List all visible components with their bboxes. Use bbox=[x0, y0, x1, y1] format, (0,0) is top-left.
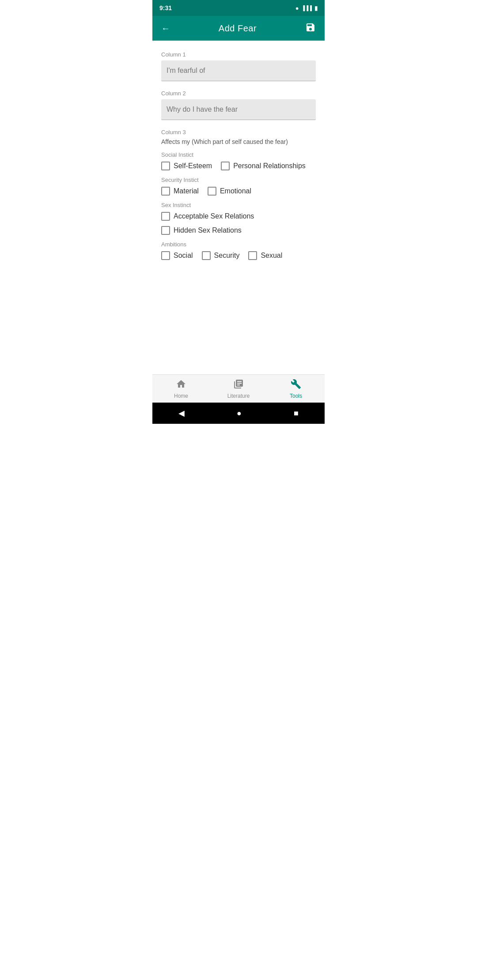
battery-icon: ▮ bbox=[314, 5, 318, 11]
social-instinct-label: Social Instict bbox=[161, 151, 316, 158]
literature-icon bbox=[233, 379, 244, 392]
column2-input[interactable] bbox=[161, 99, 316, 120]
status-bar: 9:31 ● ▐▐▐ ▮ bbox=[152, 0, 325, 16]
sys-recents-button[interactable]: ■ bbox=[283, 405, 309, 422]
security-label: Security bbox=[214, 252, 240, 260]
emotional-label: Emotional bbox=[220, 187, 251, 195]
sys-home-button[interactable]: ● bbox=[226, 405, 252, 422]
column3-label: Column 3 bbox=[161, 129, 316, 136]
form-content: Column 1 Column 2 Column 3 Affects my (W… bbox=[152, 41, 325, 374]
save-icon bbox=[305, 22, 316, 35]
social-instinct-checkboxes: Self-Esteem Personal Relationships bbox=[161, 162, 316, 170]
page-title: Add Fear bbox=[219, 23, 257, 34]
signal-icon: ▐▐▐ bbox=[302, 5, 312, 11]
column1-input[interactable] bbox=[161, 60, 316, 81]
nav-home-label: Home bbox=[174, 393, 188, 399]
sex-instinct-checkboxes: Acceptable Sex Relations Hidden Sex Rela… bbox=[161, 212, 316, 235]
security-instinct-label: Security Instict bbox=[161, 177, 316, 183]
acceptable-sex-relations-item[interactable]: Acceptable Sex Relations bbox=[161, 212, 254, 221]
status-bar-right: ● ▐▐▐ ▮ bbox=[295, 5, 318, 11]
nav-literature-label: Literature bbox=[227, 393, 250, 399]
material-label: Material bbox=[174, 187, 199, 195]
column3-description: Affects my (Which part of self caused th… bbox=[161, 138, 316, 145]
emotional-checkbox[interactable] bbox=[208, 187, 216, 196]
acceptable-sex-relations-label: Acceptable Sex Relations bbox=[174, 212, 254, 220]
nav-literature[interactable]: Literature bbox=[210, 377, 267, 401]
personal-relationships-checkbox[interactable] bbox=[221, 162, 230, 170]
nav-tools[interactable]: Tools bbox=[267, 377, 325, 401]
acceptable-sex-relations-checkbox[interactable] bbox=[161, 212, 170, 221]
sexual-item[interactable]: Sexual bbox=[248, 251, 282, 260]
sexual-checkbox[interactable] bbox=[248, 251, 257, 260]
sys-back-button[interactable]: ◀ bbox=[168, 405, 195, 422]
hidden-sex-relations-checkbox[interactable] bbox=[161, 226, 170, 235]
material-checkbox[interactable] bbox=[161, 187, 170, 196]
column2-label: Column 2 bbox=[161, 90, 316, 97]
self-esteem-label: Self-Esteem bbox=[174, 162, 212, 170]
back-icon: ← bbox=[161, 23, 170, 34]
self-esteem-item[interactable]: Self-Esteem bbox=[161, 162, 212, 170]
status-bar-left: 9:31 bbox=[159, 4, 172, 11]
sex-instinct-label: Sex Instinct bbox=[161, 202, 316, 208]
personal-relationships-item[interactable]: Personal Relationships bbox=[221, 162, 306, 170]
ambitions-label: Ambitions bbox=[161, 241, 316, 248]
emotional-item[interactable]: Emotional bbox=[208, 187, 251, 196]
social-checkbox[interactable] bbox=[161, 251, 170, 260]
material-item[interactable]: Material bbox=[161, 187, 199, 196]
nav-tools-label: Tools bbox=[290, 393, 302, 399]
status-time: 9:31 bbox=[159, 4, 172, 11]
personal-relationships-label: Personal Relationships bbox=[233, 162, 306, 170]
nav-home[interactable]: Home bbox=[152, 377, 210, 401]
security-item[interactable]: Security bbox=[202, 251, 240, 260]
ambitions-checkboxes: Social Security Sexual bbox=[161, 251, 316, 260]
save-button[interactable] bbox=[302, 19, 319, 38]
column1-label: Column 1 bbox=[161, 51, 316, 58]
home-icon bbox=[176, 379, 186, 392]
sexual-label: Sexual bbox=[261, 252, 282, 260]
self-esteem-checkbox[interactable] bbox=[161, 162, 170, 170]
security-checkbox[interactable] bbox=[202, 251, 211, 260]
tools-icon bbox=[291, 379, 301, 392]
back-button[interactable]: ← bbox=[158, 20, 174, 37]
social-label: Social bbox=[174, 252, 193, 260]
app-bar: ← Add Fear bbox=[152, 16, 325, 41]
social-item[interactable]: Social bbox=[161, 251, 193, 260]
hidden-sex-relations-item[interactable]: Hidden Sex Relations bbox=[161, 226, 242, 235]
wifi-icon: ● bbox=[295, 5, 299, 11]
security-instinct-checkboxes: Material Emotional bbox=[161, 187, 316, 196]
hidden-sex-relations-label: Hidden Sex Relations bbox=[174, 226, 242, 234]
bottom-nav: Home Literature Tools bbox=[152, 374, 325, 403]
system-nav-bar: ◀ ● ■ bbox=[152, 403, 325, 424]
